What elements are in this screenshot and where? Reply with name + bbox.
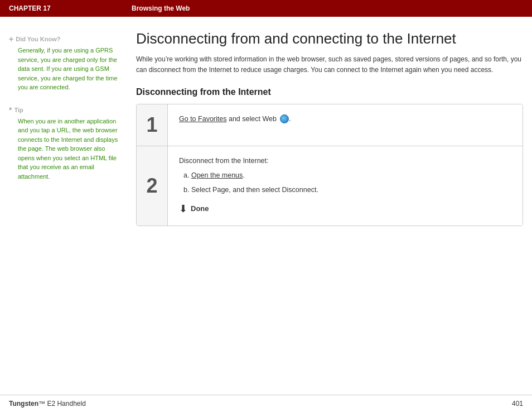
step-2-row: 2 Disconnect from the Internet: a. Open … <box>137 146 523 226</box>
did-you-know-text: Generally, if you are using a GPRS servi… <box>18 46 123 92</box>
step-2-number: 2 <box>137 146 168 226</box>
page-heading: Disconnecting from and connecting to the… <box>136 30 523 47</box>
footer-model: E2 Handheld <box>45 400 86 408</box>
done-row: ⬇ Done <box>179 201 511 217</box>
go-to-favorites-link[interactable]: Go to Favorites <box>179 115 226 123</box>
footer-brand: Tungsten™ E2 Handheld <box>9 400 86 408</box>
step-2-label: Disconnect from the Internet: <box>179 155 511 166</box>
step-1-text: and select Web <box>226 115 276 123</box>
footer-brand-name: Tungsten <box>9 400 38 408</box>
step-1-number: 1 <box>137 104 168 146</box>
main-content: + Did You Know? Generally, if you are us… <box>0 17 532 226</box>
step-2a: a. Open the menus. <box>183 170 511 181</box>
step-2a-suffix: . <box>243 171 244 179</box>
tip-label: * Tip <box>9 106 123 114</box>
header-bar: CHAPTER 17 Browsing the Web <box>0 0 532 17</box>
step-2b: b. Select Page, and then select Disconne… <box>183 184 511 195</box>
asterisk-icon: * <box>9 106 12 114</box>
chapter-title: Browsing the Web <box>132 4 190 12</box>
footer: Tungsten™ E2 Handheld 401 <box>0 395 532 412</box>
step-1-row: 1 Go to Favorites and select Web . <box>137 104 523 146</box>
did-you-know-label: + Did You Know? <box>9 35 123 44</box>
chapter-label: CHAPTER 17 <box>9 4 132 12</box>
plus-icon: + <box>9 35 13 44</box>
open-menus-link[interactable]: Open the menus <box>191 171 243 179</box>
globe-icon <box>280 114 289 123</box>
tip-text: When you are in another application and … <box>18 117 123 181</box>
steps-container: 1 Go to Favorites and select Web . 2 Dis… <box>136 104 523 227</box>
step-2-content: Disconnect from the Internet: a. Open th… <box>168 146 523 226</box>
tip-section: * Tip When you are in another applicatio… <box>9 106 123 181</box>
section-heading: Disconnecting from the Internet <box>136 87 523 97</box>
done-arrow-icon: ⬇ <box>179 201 187 217</box>
did-you-know-section: + Did You Know? Generally, if you are us… <box>9 35 123 92</box>
step-2b-text: Select Page, and then select Disconnect. <box>191 186 318 194</box>
done-label: Done <box>191 203 209 215</box>
page-body: Disconnecting from and connecting to the… <box>132 30 523 226</box>
sidebar: + Did You Know? Generally, if you are us… <box>9 30 132 226</box>
step-1-content: Go to Favorites and select Web . <box>168 104 523 146</box>
footer-trademark: ™ <box>38 400 45 408</box>
page-intro: While you’re working with stored informa… <box>136 54 523 75</box>
footer-page-number: 401 <box>512 400 523 408</box>
